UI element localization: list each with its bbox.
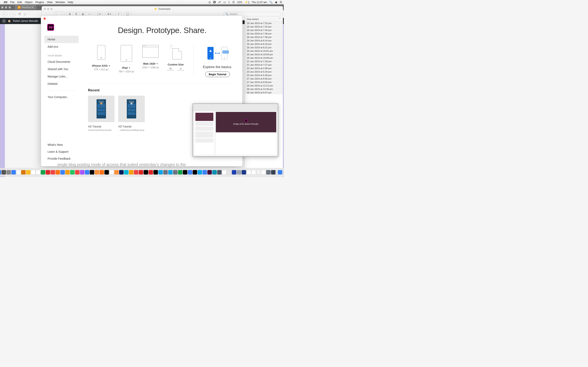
date-added-cell[interactable]: 23 Jan 2019 at 5:28 pm: [245, 74, 283, 77]
dock-app[interactable]: [41, 170, 45, 175]
window-traffic-lights[interactable]: [1, 6, 11, 8]
date-added-cell[interactable]: 23 Jan 2019 at 2:08 pm: [245, 67, 283, 70]
date-added-cell[interactable]: 27 Jan 2019 at 8:58 pm: [245, 77, 283, 80]
dock-app[interactable]: [75, 170, 80, 175]
dock-app[interactable]: [266, 170, 271, 175]
sidebar-item-feedback[interactable]: Provide Feedback: [44, 155, 79, 162]
custom-width-input[interactable]: W: [167, 67, 174, 70]
dock-app[interactable]: [247, 170, 251, 175]
menubar-clock[interactable]: Thu 11:47 am: [252, 1, 267, 4]
sidebar-item-whats-new[interactable]: What's New: [44, 141, 79, 148]
dock-app[interactable]: [124, 170, 129, 175]
reload-icon[interactable]: ⟳: [18, 12, 21, 16]
dock-app[interactable]: [237, 170, 241, 175]
dock-app[interactable]: [114, 170, 119, 175]
dock-app[interactable]: [256, 170, 261, 175]
recent-item[interactable]: Welcome toCampsites! XD Tutorial …ts/Res…: [118, 96, 145, 131]
dock-app[interactable]: [188, 170, 192, 175]
dock-app[interactable]: [36, 170, 40, 175]
date-added-cell[interactable]: 30 Jan 2019 at 12:39 pm: [245, 87, 283, 91]
dock-app[interactable]: [95, 170, 99, 175]
date-added-header[interactable]: Date Added ⌃: [245, 17, 283, 22]
battery-percent[interactable]: 22%: [237, 1, 242, 4]
mamp-icon[interactable]: ☍: [218, 1, 221, 4]
dock-app[interactable]: [217, 170, 222, 175]
sidebar-item-home[interactable]: Home: [44, 36, 79, 43]
wp-site-name[interactable]: Robert James Metcalfe: [13, 20, 38, 22]
dock-app[interactable]: [51, 170, 55, 175]
sidebar-item-shared[interactable]: Shared with You: [44, 66, 79, 73]
chevron-down-icon[interactable]: ▼: [156, 63, 158, 65]
dock-app[interactable]: [149, 170, 153, 175]
dock-app[interactable]: [227, 170, 232, 175]
preset-iphone[interactable]: iPhone X/XS▼ 375 × 812 px: [92, 45, 111, 71]
menu-window[interactable]: Window: [56, 1, 65, 4]
menu-file[interactable]: File: [10, 1, 15, 4]
wordpress-icon[interactable]: ⓦ: [2, 19, 6, 23]
menu-object[interactable]: Object: [25, 1, 33, 4]
sidebar-item-learn[interactable]: Learn & Support: [44, 148, 79, 155]
dock-app[interactable]: [144, 170, 148, 175]
finder-traffic-lights[interactable]: [44, 8, 52, 10]
notification-center-icon[interactable]: ☰: [280, 1, 282, 4]
dock-app[interactable]: [104, 170, 109, 175]
date-added-cell[interactable]: 16 Jan 2019 at 7:25 pm: [245, 22, 283, 25]
dock-app[interactable]: [56, 170, 60, 175]
date-added-cell[interactable]: 23 Jan 2019 at 5:24 pm: [245, 70, 283, 73]
wifi-icon[interactable]: ☲: [232, 1, 235, 4]
dock-app[interactable]: [271, 170, 276, 175]
dock-app[interactable]: [80, 170, 85, 175]
menu-edit[interactable]: Edit: [17, 1, 22, 4]
dock-app[interactable]: [163, 170, 168, 175]
dock-app[interactable]: [70, 170, 75, 175]
sidebar-item-manage-links[interactable]: Manage Links...: [44, 73, 79, 80]
dock-app[interactable]: [90, 170, 94, 175]
dock-app[interactable]: [134, 170, 138, 175]
dock-app[interactable]: [261, 170, 266, 175]
forward-button[interactable]: →: [10, 11, 16, 17]
dock-app[interactable]: [0, 170, 1, 175]
picture-in-picture-preview[interactable]: Design at the speed of thought.: [193, 104, 278, 157]
date-added-cell[interactable]: 16 Jan 2019 at 7:34 pm: [245, 29, 283, 32]
dock-app[interactable]: [129, 170, 134, 175]
dock-trash[interactable]: [283, 170, 284, 175]
dock-app[interactable]: [31, 170, 35, 175]
dock-app[interactable]: [212, 170, 217, 175]
date-added-cell[interactable]: 16 Jan 2019 at 10:04 pm: [245, 53, 283, 56]
browser-tab[interactable]: cP WebHost M: [15, 5, 36, 9]
dock-app[interactable]: [154, 170, 158, 175]
date-added-cell[interactable]: 16 Jan 2019 at 8:16 pm: [245, 42, 283, 46]
dock-app[interactable]: [46, 170, 50, 175]
dock-app[interactable]: [109, 170, 114, 175]
menu-plugins[interactable]: Plugins: [35, 1, 44, 4]
dock-app[interactable]: [85, 170, 89, 175]
dock-app[interactable]: [222, 170, 227, 175]
dock-app[interactable]: [139, 170, 143, 175]
date-added-cell[interactable]: 21 Jan 2019 at 7:27 pm: [245, 63, 283, 67]
chevron-down-icon[interactable]: ▼: [108, 65, 111, 67]
spotlight-icon[interactable]: 🔍: [269, 1, 273, 4]
preset-ipad[interactable]: iPad▼ 768 × 1024 px: [118, 45, 134, 73]
bluetooth-icon[interactable]: ᛒ: [228, 1, 230, 4]
date-added-cell[interactable]: 16 Jan 2019 at 8:14 pm: [245, 39, 283, 42]
date-added-cell[interactable]: 21 Jan 2019 at 7:26 pm: [245, 60, 283, 63]
back-button[interactable]: ←: [2, 11, 7, 17]
dock-app[interactable]: [11, 170, 16, 175]
dock-app[interactable]: [16, 170, 21, 175]
sidebar-item-your-computer[interactable]: Your Computer...: [44, 93, 79, 101]
date-added-cell[interactable]: 16 Jan 2019 at 7:36 pm: [245, 35, 283, 39]
custom-height-input[interactable]: H: [177, 67, 184, 70]
dock-app[interactable]: [119, 170, 124, 175]
dock-app[interactable]: [183, 170, 187, 175]
date-added-cell[interactable]: 27 Jan 2019 at 8:58 pm: [245, 81, 283, 84]
dock-app[interactable]: [173, 170, 178, 175]
date-added-cell[interactable]: 16 Jan 2019 at 10:01 pm: [245, 49, 283, 53]
airplay-icon[interactable]: ▭: [223, 1, 226, 4]
dock-app[interactable]: [2, 170, 6, 175]
dock-app[interactable]: [7, 170, 11, 175]
dock-app[interactable]: [21, 170, 26, 175]
creative-cloud-icon[interactable]: ◎: [208, 1, 211, 4]
menu-view[interactable]: View: [47, 1, 53, 4]
close-button[interactable]: [43, 17, 46, 20]
date-added-cell[interactable]: 29 Jan 2019 at 12:12 pm: [245, 84, 283, 87]
